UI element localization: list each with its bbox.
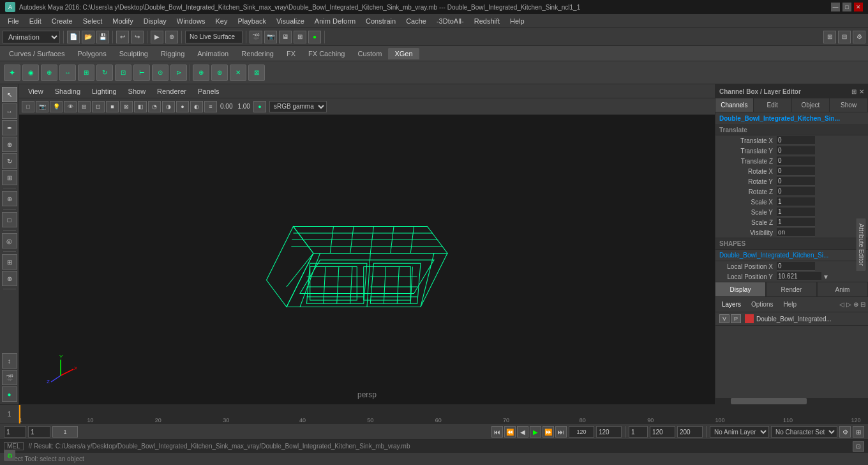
layer-v-toggle[interactable]: V — [719, 314, 730, 323]
playbar-extra-btn[interactable]: ⊞ — [853, 426, 864, 438]
menu-create[interactable]: Create — [47, 16, 78, 26]
render-btn[interactable]: 🎬 — [250, 31, 262, 43]
menu-help[interactable]: Help — [505, 16, 530, 26]
attr-value-lpy[interactable] — [777, 272, 821, 281]
horizontal-scrollbar[interactable] — [715, 398, 868, 404]
range-slider[interactable]: 1 — [52, 426, 78, 438]
tab-fx[interactable]: FX — [280, 48, 302, 59]
universal-manip[interactable]: ⊕ — [2, 191, 17, 206]
menu-edit[interactable]: Edit — [24, 16, 47, 26]
scale-tool[interactable]: ⊞ — [2, 170, 17, 185]
layer-btn-right1[interactable]: ▷ — [846, 301, 851, 308]
layer-btn-right3[interactable]: ⊟ — [860, 301, 865, 308]
menu-key[interactable]: Key — [210, 16, 232, 26]
shelf-btn-9[interactable]: ⊙ — [152, 65, 168, 81]
playbar-settings-btn[interactable]: ⚙ — [839, 426, 851, 438]
lasso-tool[interactable]: ✒ — [2, 120, 17, 135]
menu-cache[interactable]: Cache — [401, 16, 431, 26]
vp-btn-ao[interactable]: ◐ — [190, 101, 203, 112]
attr-value-sz[interactable] — [777, 218, 815, 227]
step-back-button[interactable]: ⏪ — [504, 426, 516, 438]
tab-xgen[interactable]: XGen — [388, 48, 419, 59]
tab-curves-surfaces[interactable]: Curves / Surfaces — [3, 48, 71, 59]
anim-start-field[interactable] — [629, 426, 648, 438]
vp-btn-extra[interactable]: ● — [253, 101, 266, 112]
undo-button[interactable]: ↩ — [116, 31, 129, 43]
shelf-btn-settings[interactable]: ⚙ — [4, 450, 15, 461]
vp-btn-shadow[interactable]: ● — [176, 101, 189, 112]
layer-btn-left[interactable]: ◁ — [839, 301, 844, 308]
tab-rendering[interactable]: Rendering — [235, 48, 280, 59]
tab-sculpting[interactable]: Sculpting — [113, 48, 154, 59]
render-view-btn[interactable]: 🎬 — [2, 370, 17, 385]
anim-layer-select[interactable]: No Anim Layer — [710, 426, 769, 438]
playback-start-input[interactable] — [28, 426, 50, 438]
vp-btn-light[interactable]: 💡 — [50, 101, 63, 112]
shelf-btn-8[interactable]: ⊢ — [133, 65, 150, 81]
menu-modify[interactable]: Modify — [107, 16, 138, 26]
vp-btn-select[interactable]: □ — [22, 101, 34, 112]
attr-value-sy[interactable] — [777, 208, 815, 217]
new-file-button[interactable]: 📄 — [67, 31, 80, 43]
menu-windows[interactable]: Windows — [172, 16, 211, 26]
tab-display[interactable]: Display — [715, 282, 766, 296]
attr-value-vis[interactable] — [777, 228, 815, 237]
vp-menu-panels[interactable]: Panels — [193, 86, 225, 96]
layout-btn2[interactable]: ⊟ — [838, 31, 851, 43]
vp-btn-shaded[interactable]: ◧ — [134, 101, 147, 112]
char-set-select[interactable]: No Character Set — [771, 426, 837, 438]
color-space-select[interactable]: sRGB gamma — [269, 101, 327, 112]
vp-btn-motion[interactable]: ≡ — [204, 101, 217, 112]
redo-button[interactable]: ↪ — [131, 31, 144, 43]
snap-curve[interactable]: ⊕ — [2, 271, 17, 286]
tab-object[interactable]: Object — [792, 98, 830, 112]
shelf-btn-4[interactable]: ↔ — [59, 65, 76, 81]
soft-mod-tool[interactable]: □ — [2, 212, 17, 227]
attr-value-ty[interactable] — [777, 146, 815, 155]
attr-value-ry[interactable] — [777, 177, 815, 186]
vp-menu-show[interactable]: Show — [123, 86, 151, 96]
menu-file[interactable]: File — [3, 16, 24, 26]
maximize-button[interactable]: □ — [842, 3, 851, 11]
vp-btn-grid[interactable]: ⊞ — [78, 101, 91, 112]
tab-custom[interactable]: Custom — [352, 48, 389, 59]
vp-btn-solid[interactable]: ■ — [106, 101, 119, 112]
menu-playback[interactable]: Playback — [232, 16, 271, 26]
hypershade-btn[interactable]: ● — [2, 386, 17, 402]
attribute-editor-side-tab[interactable]: Attribute Editor — [856, 218, 865, 270]
menu-3dto[interactable]: -3DtoAll- — [431, 16, 469, 26]
close-button[interactable]: ✕ — [854, 3, 863, 11]
snap-grid[interactable]: ⊞ — [2, 254, 17, 270]
save-file-button[interactable]: 💾 — [96, 31, 109, 43]
vp-btn-tex[interactable]: ⊠ — [120, 101, 133, 112]
window-controls[interactable]: — □ ✕ — [831, 3, 863, 11]
menu-select[interactable]: Select — [78, 16, 108, 26]
close-icon[interactable]: ✕ — [859, 88, 864, 95]
vp-btn-cam[interactable]: 📷 — [36, 101, 49, 112]
shelf-btn-11[interactable]: ⊕ — [193, 65, 209, 81]
vp-menu-shading[interactable]: Shading — [50, 86, 86, 96]
shelf-btn-7[interactable]: ⊡ — [115, 65, 131, 81]
move-button[interactable]: ⊕ — [165, 31, 178, 43]
go-to-end-button[interactable]: ⏭ — [555, 426, 567, 438]
attr-value-rz[interactable] — [777, 187, 815, 196]
menu-display[interactable]: Display — [138, 16, 172, 26]
tab-fx-caching[interactable]: FX Caching — [302, 48, 351, 59]
attr-value-sx[interactable] — [777, 197, 815, 206]
vp-btn-aa[interactable]: ◑ — [162, 101, 175, 112]
shelf-btn-10[interactable]: ⊳ — [170, 65, 187, 81]
scroll-down-icon[interactable]: ▼ — [823, 273, 829, 280]
shelf-btn-12[interactable]: ⊛ — [211, 65, 228, 81]
go-to-start-button[interactable]: ⏮ — [491, 426, 503, 438]
select-tool[interactable]: ↖ — [2, 87, 17, 102]
rotate-tool[interactable]: ↻ — [2, 153, 17, 169]
tab-help[interactable]: Help — [779, 300, 800, 309]
viewport-canvas[interactable]: X Y Z persp — [19, 115, 715, 404]
tab-options[interactable]: Options — [747, 300, 777, 309]
current-frame-input[interactable] — [4, 426, 26, 438]
anim-end-field[interactable] — [677, 426, 703, 438]
tab-edit-ch[interactable]: Edit — [754, 98, 792, 112]
play-forward-button[interactable]: ▶ — [530, 426, 541, 438]
tab-anim[interactable]: Anim — [817, 282, 868, 296]
h-scroll-thumb[interactable] — [731, 398, 807, 404]
